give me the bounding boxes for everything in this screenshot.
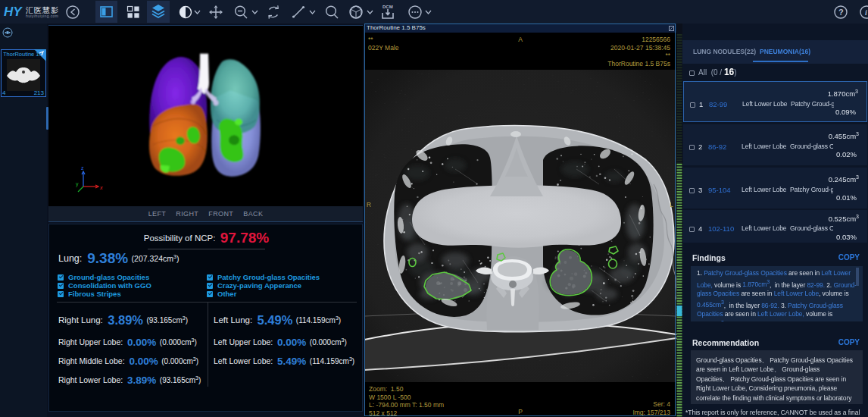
svg-text:?: ? [838,8,844,17]
svg-text:x: x [99,185,103,190]
svg-text:DCM: DCM [382,5,393,9]
svg-text:z: z [81,165,84,171]
svg-text:i: i [865,8,867,17]
svg-text:y: y [76,181,79,187]
